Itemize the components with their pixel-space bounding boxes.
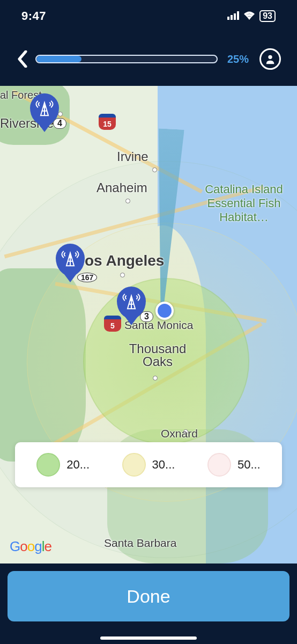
status-time: 9:47 xyxy=(21,9,46,23)
legend-card: 20... 30... 50... xyxy=(15,442,282,487)
legend-label: 50... xyxy=(237,458,261,472)
google-attribution: Google xyxy=(10,538,51,555)
label-catalina: Catalina Island Essential Fish Habitat… xyxy=(193,182,295,224)
back-button[interactable] xyxy=(16,50,28,68)
pin-badge: 4 xyxy=(53,118,66,129)
label-santa-barbara: Santa Barbara xyxy=(104,537,176,550)
svg-rect-1 xyxy=(231,15,233,20)
done-button[interactable]: Done xyxy=(8,571,289,621)
tower-pin-santa-monica[interactable]: 3 xyxy=(117,287,146,319)
tower-pin-riverside[interactable]: 4 xyxy=(30,93,59,126)
legend-swatch-yellow xyxy=(122,453,146,477)
profile-button[interactable] xyxy=(259,48,281,70)
svg-point-4 xyxy=(268,55,272,59)
wifi-icon xyxy=(243,10,255,23)
user-location-dot xyxy=(155,302,174,320)
legend-item-green[interactable]: 20... xyxy=(36,453,90,477)
shield-i15: 15 xyxy=(99,114,116,130)
pin-badge: 3 xyxy=(140,311,153,322)
svg-rect-2 xyxy=(234,13,236,20)
svg-rect-0 xyxy=(227,17,229,20)
label-los-angeles: os Angeles xyxy=(85,252,164,269)
legend-item-yellow[interactable]: 30... xyxy=(122,453,175,477)
home-indicator[interactable] xyxy=(100,636,197,640)
legend-label: 30... xyxy=(152,458,175,472)
done-label: Done xyxy=(127,586,170,607)
status-icons: 93 xyxy=(227,10,276,23)
legend-item-pink[interactable]: 50... xyxy=(207,453,261,477)
progress-fill xyxy=(36,56,81,62)
progress-bar xyxy=(35,55,218,63)
map-canvas[interactable]: al Forest Riverside Irvine Anaheim Catal… xyxy=(0,86,297,564)
battery-indicator: 93 xyxy=(259,10,276,22)
app-header: 25% xyxy=(0,32,297,86)
progress-percent-label: 25% xyxy=(227,53,249,65)
tower-pin-los-angeles[interactable] xyxy=(56,244,85,276)
status-bar: 9:47 93 xyxy=(0,0,297,32)
label-anaheim: Anaheim xyxy=(96,180,147,195)
legend-swatch-pink xyxy=(207,453,231,477)
legend-label: 20... xyxy=(66,458,90,472)
label-thousand-oaks: Thousand Oaks xyxy=(120,342,195,368)
svg-rect-3 xyxy=(237,11,239,20)
legend-swatch-green xyxy=(36,453,60,477)
cellular-icon xyxy=(227,10,239,23)
label-oxnard: Oxnard xyxy=(161,427,198,440)
label-irvine: Irvine xyxy=(117,149,148,164)
